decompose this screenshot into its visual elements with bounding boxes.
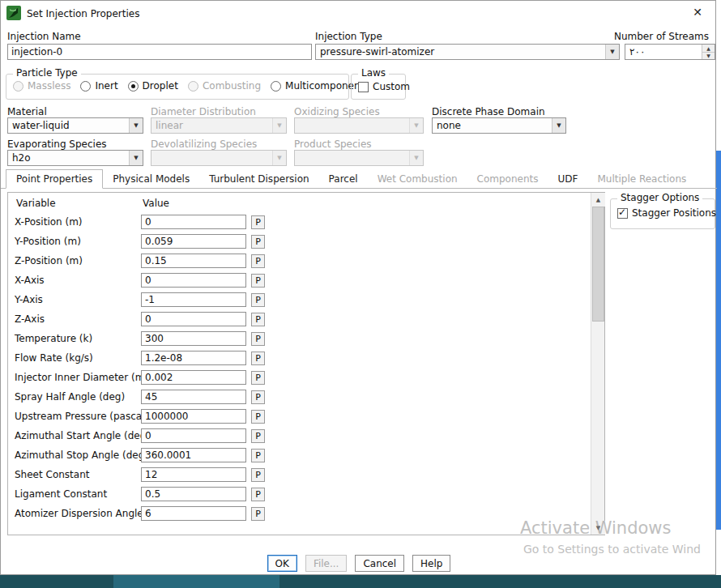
parameter-button[interactable]: P (251, 390, 265, 404)
parameter-button[interactable]: P (251, 235, 265, 249)
tab-parcel[interactable]: Parcel (319, 170, 368, 188)
tab-multiple-reactions: Multiple Reactions (587, 170, 696, 188)
particle-type-radios: Massless Inert Droplet Combusting Multic… (13, 80, 364, 92)
chevron-down-icon: ▼ (409, 118, 423, 133)
laws-group: Laws Custom (351, 74, 406, 100)
material-label: Material (7, 106, 47, 117)
background-app-bottom-bar (0, 575, 721, 588)
chevron-down-icon: ▼ (272, 151, 286, 165)
parameter-button[interactable]: P (251, 410, 265, 424)
discrete-phase-domain-label: Discrete Phase Domain (432, 106, 545, 117)
radio-icon (188, 81, 198, 92)
number-of-streams-spinner[interactable]: ٢٠٠ ▲ ▼ (625, 44, 715, 60)
table-row: Atomizer Dispersion Angle P (8, 504, 590, 523)
variable-label: Spray Half Angle (deg) (15, 391, 141, 403)
variable-label: Injector Inner Diameter (m) (15, 372, 141, 383)
devolatilizing-species-select: ▼ (151, 150, 287, 166)
injection-name-label: Injection Name (7, 31, 81, 42)
radio-combusting[interactable]: Combusting (188, 80, 261, 92)
parameter-button[interactable]: P (251, 254, 265, 268)
value-input[interactable] (141, 215, 246, 229)
vertical-scrollbar[interactable]: ▲ ▼ (591, 193, 604, 535)
radio-label: Inert (95, 80, 117, 92)
radio-massless[interactable]: Massless (13, 80, 70, 92)
injection-name-input[interactable] (7, 44, 312, 60)
value-input[interactable] (141, 234, 246, 249)
variable-label: Sheet Constant (15, 469, 141, 480)
table-row: Z-Position (m) P (8, 251, 590, 271)
ok-button[interactable]: OK (267, 555, 297, 572)
scrollbar-thumb[interactable] (592, 207, 604, 322)
file-button: File... (305, 555, 348, 572)
parameter-button[interactable]: P (251, 449, 265, 462)
tab-physical-models[interactable]: Physical Models (103, 170, 199, 188)
parameter-button[interactable]: P (251, 332, 265, 346)
table-row: Y-Axis P (8, 290, 590, 309)
close-icon[interactable]: ✕ (693, 6, 702, 18)
parameter-button[interactable]: P (251, 429, 265, 443)
diameter-distribution-select: linear ▼ (151, 117, 287, 134)
value-input[interactable] (141, 351, 246, 365)
variable-label: X-Axis (15, 275, 141, 286)
spin-up-icon[interactable]: ▲ (702, 45, 715, 53)
radio-inert[interactable]: Inert (80, 80, 117, 92)
tab-point-properties[interactable]: Point Properties (6, 169, 103, 189)
value-input[interactable] (141, 331, 246, 346)
value-input[interactable] (141, 390, 246, 404)
help-button[interactable]: Help (412, 555, 450, 572)
parameter-button[interactable]: P (251, 274, 265, 288)
variable-label: Z-Axis (15, 313, 141, 325)
value-input[interactable] (141, 467, 246, 482)
value-input[interactable] (141, 370, 246, 385)
table-row: Upstream Pressure (pascal) P (8, 407, 590, 426)
parameter-button[interactable]: P (251, 215, 265, 229)
variable-label: Y-Position (m) (15, 236, 141, 247)
value-input[interactable] (141, 254, 246, 268)
check-icon: ✓ (618, 207, 626, 218)
injection-type-value: pressure-swirl-atomizer (316, 46, 605, 58)
value-input[interactable] (141, 312, 246, 326)
tab-turbulent-dispersion[interactable]: Turbulent Dispersion (199, 170, 318, 188)
parameter-button[interactable]: P (251, 507, 265, 521)
scroll-down-icon[interactable]: ▼ (591, 521, 605, 535)
spinner-buttons: ▲ ▼ (702, 45, 715, 59)
product-species-label: Product Species (294, 138, 372, 150)
value-input[interactable] (141, 487, 246, 501)
product-species-select: ▼ (294, 150, 424, 166)
stagger-positions-checkbox[interactable]: ✓ Stagger Positions (617, 207, 716, 219)
parameter-button[interactable]: P (251, 293, 265, 307)
material-select[interactable]: water-liquid ▼ (7, 117, 143, 134)
parameter-button[interactable]: P (251, 468, 265, 482)
radio-droplet[interactable]: Droplet (128, 80, 178, 92)
variable-label: Temperature (k) (15, 333, 141, 344)
evaporating-species-label: Evaporating Species (7, 138, 107, 150)
discrete-phase-domain-select[interactable]: none ▼ (432, 117, 566, 134)
value-input[interactable] (141, 292, 246, 307)
value-input[interactable] (141, 506, 246, 521)
table-row: X-Axis P (8, 271, 590, 290)
tab-udf[interactable]: UDF (548, 170, 588, 188)
value-input[interactable] (141, 409, 246, 424)
scroll-up-icon[interactable]: ▲ (591, 193, 605, 207)
evaporating-species-value: h2o (8, 152, 129, 164)
dialog-title: Set Injection Properties (27, 8, 139, 19)
variable-label: Azimuthal Stop Angle (deg) (15, 450, 141, 461)
injection-type-select[interactable]: pressure-swirl-atomizer ▼ (315, 44, 620, 60)
custom-checkbox[interactable]: Custom (358, 81, 410, 92)
value-input[interactable] (141, 428, 246, 443)
parameter-button[interactable]: P (251, 488, 265, 501)
value-input[interactable] (141, 448, 246, 462)
variable-label: Z-Position (m) (15, 255, 141, 266)
stagger-options-group: Stagger Options ✓ Stagger Positions (610, 198, 715, 229)
number-of-streams-value: ٢٠٠ (625, 45, 702, 59)
spin-down-icon[interactable]: ▼ (702, 53, 715, 60)
evaporating-species-select[interactable]: h2o ▼ (7, 150, 143, 166)
parameter-button[interactable]: P (251, 313, 265, 326)
parameter-button[interactable]: P (251, 352, 265, 365)
diameter-distribution-value: linear (151, 120, 272, 131)
tab-bar: Point Properties Physical Models Turbule… (1, 169, 717, 189)
cancel-button[interactable]: Cancel (355, 555, 404, 572)
value-input[interactable] (141, 273, 246, 288)
radio-multicomponent[interactable]: Multicomponent (271, 80, 364, 92)
parameter-button[interactable]: P (251, 371, 265, 385)
